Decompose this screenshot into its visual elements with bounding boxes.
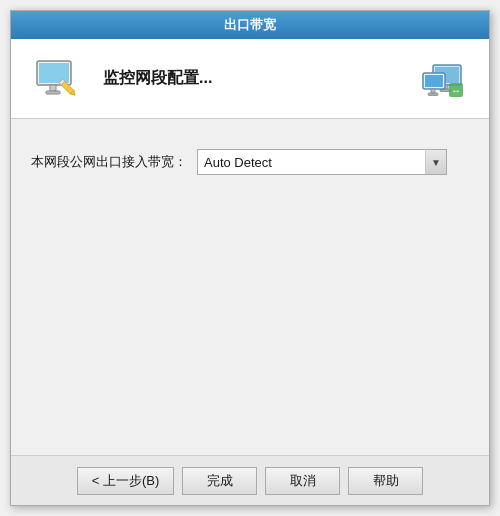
footer: < 上一步(B) 完成 取消 帮助 bbox=[11, 455, 489, 505]
svg-rect-13 bbox=[431, 89, 435, 93]
dropdown-wrapper: Auto Detect 1 Mbps 2 Mbps 4 Mbps 8 Mbps … bbox=[197, 149, 447, 175]
svg-text:↔: ↔ bbox=[451, 85, 461, 96]
svg-rect-2 bbox=[50, 85, 56, 91]
help-button[interactable]: 帮助 bbox=[348, 467, 423, 495]
dialog-window: 出口带宽 监控网段配置... bbox=[10, 10, 490, 506]
monitor-pencil-icon bbox=[31, 53, 83, 105]
network-monitors-icon: ↔ bbox=[417, 53, 469, 105]
content-area: 本网段公网出口接入带宽： Auto Detect 1 Mbps 2 Mbps 4… bbox=[11, 119, 489, 455]
form-row: 本网段公网出口接入带宽： Auto Detect 1 Mbps 2 Mbps 4… bbox=[31, 149, 469, 175]
svg-rect-1 bbox=[39, 63, 69, 83]
form-label: 本网段公网出口接入带宽： bbox=[31, 153, 187, 171]
cancel-button[interactable]: 取消 bbox=[265, 467, 340, 495]
back-button[interactable]: < 上一步(B) bbox=[77, 467, 175, 495]
finish-button[interactable]: 完成 bbox=[182, 467, 257, 495]
svg-rect-12 bbox=[425, 75, 443, 87]
header-title: 监控网段配置... bbox=[103, 68, 397, 89]
title-bar: 出口带宽 bbox=[11, 11, 489, 39]
svg-rect-3 bbox=[46, 91, 60, 94]
bandwidth-dropdown[interactable]: Auto Detect 1 Mbps 2 Mbps 4 Mbps 8 Mbps … bbox=[197, 149, 447, 175]
title-text: 出口带宽 bbox=[224, 16, 276, 34]
svg-rect-14 bbox=[428, 93, 438, 96]
header-banner: 监控网段配置... ↔ bbox=[11, 39, 489, 119]
